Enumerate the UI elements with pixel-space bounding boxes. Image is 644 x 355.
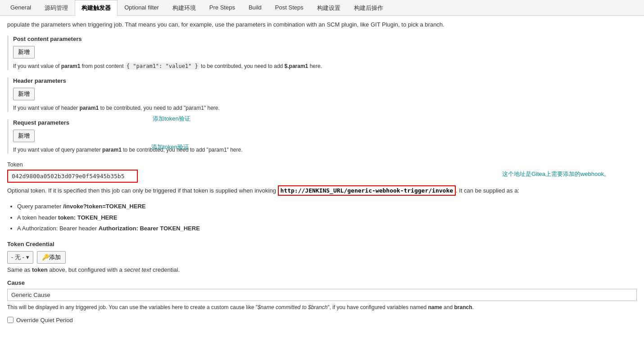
credential-row: - 无 - ▾ 🔑添加	[7, 251, 637, 264]
override-label: Override Quiet Period	[16, 317, 73, 324]
cause-helper: This will be displayed in any triggered …	[7, 303, 637, 311]
main-content: populate the parameters when triggering …	[0, 16, 644, 328]
token-credential-title: Token Credential	[7, 241, 637, 247]
bullet-token-header: A token header token: TOKEN_HERE	[17, 212, 637, 224]
header-params-section: Header parameters 新增 If you want value o…	[7, 77, 637, 112]
annotation-webhook: 这个地址是Gitea上需要添加的webhook。	[502, 170, 610, 178]
header-params-title: Header parameters	[13, 77, 637, 84]
token-credential-section: Token Credential - 无 - ▾ 🔑添加 Same as tok…	[7, 241, 637, 273]
tab-optional-filter[interactable]: Optional filter	[118, 0, 166, 16]
post-content-add-button[interactable]: 新增	[13, 46, 35, 58]
cause-input[interactable]	[7, 289, 637, 301]
tab-bar: General 源码管理 构建触发器 Optional filter 构建环境 …	[0, 0, 644, 16]
token-input[interactable]	[7, 170, 138, 183]
post-content-helper: If you want value of param1 from post co…	[13, 62, 637, 70]
override-row: Override Quiet Period	[7, 317, 637, 324]
header-params-helper: If you want value of header param1 to be…	[13, 104, 637, 112]
request-params-add-button[interactable]: 新增	[13, 130, 35, 142]
cause-section: Cause This will be displayed in any trig…	[7, 279, 637, 311]
bullet-query-param: Query parameter /invoke?token=TOKEN_HERE	[17, 201, 637, 212]
tab-general[interactable]: General	[4, 0, 38, 16]
tab-build-env[interactable]: 构建环境	[166, 0, 203, 16]
request-params-title: Request parameters	[13, 119, 637, 126]
token-label: Token	[7, 161, 637, 168]
token-supply-list: Query parameter /invoke?token=TOKEN_HERE…	[17, 201, 637, 234]
post-content-title: Post content parameters	[13, 36, 637, 42]
tab-build-settings[interactable]: 构建设置	[310, 0, 347, 16]
cause-title: Cause	[7, 279, 637, 286]
post-content-section: Post content parameters 新增 If you want v…	[7, 36, 637, 70]
token-url-highlight: http://JENKINS_URL/generic-webhook-trigg…	[278, 185, 456, 196]
intro-text: populate the parameters when triggering …	[7, 20, 637, 29]
chevron-down-icon: ▾	[26, 254, 29, 261]
credential-select[interactable]: - 无 - ▾	[7, 251, 33, 264]
tab-pre-steps[interactable]: Pre Steps	[203, 0, 242, 16]
add-credential-button[interactable]: 🔑添加	[37, 251, 66, 264]
credential-select-label: - 无 -	[11, 253, 24, 261]
tab-trigger[interactable]: 构建触发器	[75, 0, 118, 16]
tab-source[interactable]: 源码管理	[38, 0, 75, 16]
request-params-helper: If you want value of query parameter par…	[13, 146, 637, 154]
header-params-add-button[interactable]: 新增	[13, 88, 35, 100]
credential-helper: Same as token above, but configured with…	[7, 266, 637, 273]
bullet-auth-header: A Authorization: Bearer header Authoriza…	[17, 223, 637, 234]
tab-post-steps[interactable]: Post Steps	[268, 0, 310, 16]
request-params-section: Request parameters 新增 If you want value …	[7, 119, 637, 154]
tab-post-build[interactable]: 构建后操作	[347, 0, 390, 16]
token-url-text: Optional token. If it is specified then …	[7, 185, 637, 196]
override-checkbox[interactable]	[7, 317, 14, 323]
token-section: Token 添加token验证 Optional token. If it is…	[7, 161, 637, 196]
tab-build[interactable]: Build	[242, 0, 268, 16]
